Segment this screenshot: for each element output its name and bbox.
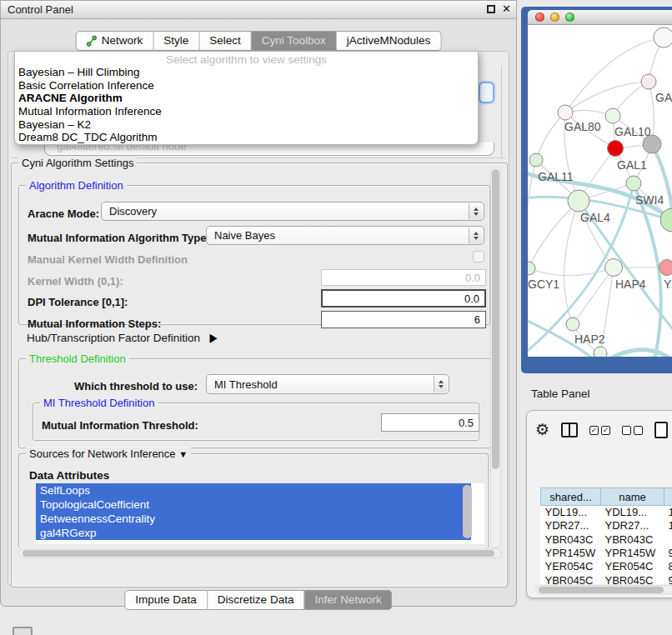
dropdown-item[interactable]: Dream8 DC_TDC Algorithm: [15, 131, 478, 144]
tab-cyni-toolbox[interactable]: Cyni Toolbox: [252, 31, 337, 51]
node-hap2[interactable]: [566, 318, 579, 331]
node-salmon[interactable]: [659, 260, 672, 276]
attribute-list-item[interactable]: BetweennessCentrality: [36, 512, 471, 526]
dropdown-item[interactable]: Mutual Information Inference: [15, 105, 478, 118]
node-gal4[interactable]: [568, 190, 589, 212]
dropdown-item[interactable]: Bayesian – Hill Climbing: [15, 66, 478, 79]
tab-jactivemnodules[interactable]: jActiveMNodules: [337, 31, 442, 51]
tab-infer-network[interactable]: Infer Network: [304, 590, 392, 610]
table-row[interactable]: YBR045C YBR045C 9.: [541, 573, 672, 584]
attribute-list-item[interactable]: TopologicalCoefficient: [36, 498, 471, 512]
deselect-all-icon[interactable]: [622, 426, 643, 435]
table-row[interactable]: YER054C YER054C 8.: [541, 560, 672, 573]
column-header-cut[interactable]: [664, 488, 672, 506]
mi-steps-field[interactable]: 6: [321, 311, 486, 328]
network-window-titlebar[interactable]: [528, 10, 672, 25]
close-traffic-icon[interactable]: [535, 12, 544, 22]
close-icon[interactable]: ✕: [502, 3, 511, 15]
attribute-list-item[interactable]: gal4RGexp: [36, 526, 471, 540]
node-gal11[interactable]: [529, 153, 543, 167]
list-scrollbar-thumb[interactable]: [463, 485, 472, 538]
float-window-icon[interactable]: [487, 5, 495, 13]
cell-name[interactable]: YBR045C: [601, 573, 664, 584]
cell-shared-name[interactable]: YPR145W: [541, 546, 601, 559]
dpi-tolerance-field[interactable]: 0.0: [321, 289, 486, 308]
table-viewport: shared... name YDL19... YDL19... 13: [534, 449, 672, 584]
mi-threshold-field[interactable]: 0.5: [381, 413, 479, 432]
which-threshold-combobox[interactable]: MI Threshold: [206, 374, 449, 394]
cell-value[interactable]: 9.: [664, 573, 672, 584]
tab-network[interactable]: Network: [76, 31, 154, 51]
hub-factor-expander[interactable]: Hub/Transcription Factor Definition ▶: [27, 332, 218, 344]
dropdown-item[interactable]: Bayesian – K2: [15, 118, 478, 132]
kernel-width-field[interactable]: 0.0: [321, 269, 486, 286]
dropdown-item[interactable]: Basic Correlation Inference: [15, 79, 478, 92]
tab-style[interactable]: Style: [153, 31, 199, 51]
scrollbar-thumb[interactable]: [539, 587, 664, 593]
node-gal10[interactable]: [605, 108, 620, 123]
cell-name[interactable]: YPR145W: [601, 546, 664, 559]
table-horizontal-scrollbar[interactable]: [535, 585, 672, 594]
tab-discretize-data[interactable]: Discretize Data: [208, 590, 305, 610]
node-gcy1[interactable]: [528, 262, 535, 275]
cell-shared-name[interactable]: YDL19...: [541, 506, 601, 519]
sources-title: Sources for Network Inference: [29, 448, 176, 460]
cell-shared-name[interactable]: YER054C: [541, 560, 601, 573]
cell-name[interactable]: YDR27...: [601, 519, 664, 532]
node-gal1[interactable]: [608, 141, 624, 157]
cell-shared-name[interactable]: YBR043C: [541, 532, 601, 546]
network-canvas[interactable]: GAL GAL80 GAL10 GAL1 SWI4 GAL11 GAL4 GCY…: [528, 25, 672, 357]
column-header-name[interactable]: name: [601, 488, 664, 506]
algorithm-combobox-fragment[interactable]: [479, 82, 494, 103]
cell-value[interactable]: 8.: [664, 560, 672, 573]
chevron-down-icon[interactable]: ▼: [178, 449, 188, 459]
svg-text:Y: Y: [664, 278, 672, 291]
minimize-traffic-icon[interactable]: [550, 12, 559, 22]
control-panel-titlebar[interactable]: Control Panel ✕: [1, 1, 516, 19]
table-row[interactable]: YDL19... YDL19... 13: [541, 506, 672, 519]
manual-kernel-label: Manual Kernel Width Definition: [28, 253, 188, 266]
table-row[interactable]: YPR145W YPR145W 9.: [541, 546, 672, 559]
cell-value[interactable]: 9.: [664, 546, 672, 559]
manual-kernel-checkbox[interactable]: [473, 251, 484, 262]
cell-value[interactable]: 12: [664, 519, 672, 532]
node-bottom[interactable]: [594, 347, 607, 357]
node-swi4[interactable]: [626, 176, 641, 191]
cell-shared-name[interactable]: YBR045C: [541, 573, 601, 584]
dropdown-item[interactable]: ARACNE Algorithm: [15, 92, 478, 105]
table-row[interactable]: YBR043C YBR043C: [541, 532, 672, 546]
group-title: Threshold Definition: [26, 352, 129, 365]
settings-horizontal-scrollbar[interactable]: [18, 548, 502, 558]
cell-value[interactable]: [664, 532, 672, 546]
cell-name[interactable]: YER054C: [601, 560, 664, 573]
file-icon[interactable]: [654, 422, 668, 438]
threshold-definition-group: Threshold Definition Which threshold to …: [18, 358, 492, 448]
tab-impute-data[interactable]: Impute Data: [124, 590, 208, 610]
settings-vertical-scrollbar[interactable]: [490, 167, 501, 548]
network-icon: [87, 35, 98, 47]
cell-shared-name[interactable]: YDR27...: [541, 519, 601, 532]
column-header-shared[interactable]: shared...: [541, 488, 601, 506]
node-hap4[interactable]: [605, 259, 623, 277]
attribute-list-item[interactable]: SelfLoops: [36, 483, 471, 498]
split-columns-icon[interactable]: [561, 422, 578, 438]
table-row[interactable]: YDR27... YDR27... 12: [541, 519, 672, 532]
tab-select[interactable]: Select: [199, 31, 252, 51]
select-all-icon[interactable]: ✓✓: [589, 426, 610, 435]
zoom-traffic-icon[interactable]: [565, 12, 574, 22]
algorithm-definition-group: Algorithm Definition Aracne Mode: Discov…: [18, 185, 490, 325]
mi-algorithm-type-combobox[interactable]: Naive Bayes: [206, 226, 484, 245]
dropdown-placeholder: Select algorithm to view settings: [15, 52, 478, 66]
cyni-algorithm-settings-group: Cyni Algorithm Settings Algorithm Defini…: [11, 162, 508, 588]
cell-name[interactable]: YDL19...: [601, 506, 664, 519]
aracne-mode-combobox[interactable]: Discovery: [101, 202, 484, 221]
scrollbar-thumb[interactable]: [23, 550, 494, 557]
node-gal-cut[interactable]: [641, 74, 656, 89]
cell-value[interactable]: 13: [664, 506, 672, 519]
scrollbar-thumb[interactable]: [492, 169, 499, 469]
cell-name[interactable]: YBR043C: [601, 532, 664, 546]
gear-icon[interactable]: ⚙: [535, 422, 549, 438]
node-unlabeled[interactable]: [654, 28, 672, 48]
node-gal80[interactable]: [558, 105, 573, 120]
group-title: Cyni Algorithm Settings: [18, 157, 137, 169]
